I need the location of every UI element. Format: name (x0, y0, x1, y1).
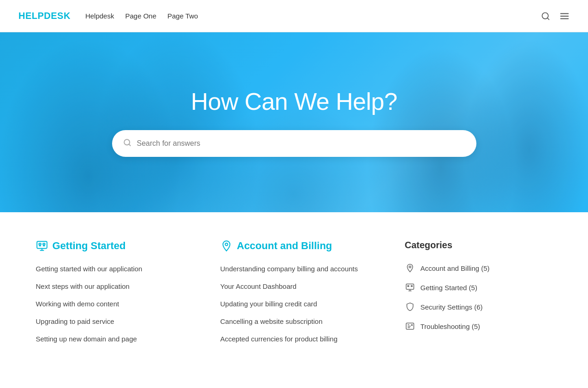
nav-page-two[interactable]: Page Two (167, 12, 198, 20)
svg-line-1 (547, 18, 549, 19)
list-item: Cancelling a website subscription (220, 317, 386, 326)
security-icon (405, 302, 415, 311)
list-item: Next steps with our application (36, 282, 202, 291)
getting-started-title: Getting Started (36, 240, 202, 252)
svg-rect-18 (411, 325, 412, 326)
category-item-started[interactable]: Getting Started (5) (405, 283, 552, 292)
svg-rect-15 (408, 286, 409, 287)
list-item: Getting started with our application (36, 265, 202, 273)
getting-started-list: Getting started with our application Nex… (36, 265, 202, 343)
list-item: Updating your billing credit card (220, 300, 386, 308)
category-item-troubleshooting[interactable]: Troubleshooting (5) (405, 322, 552, 331)
svg-rect-14 (406, 284, 414, 290)
search-icon[interactable] (541, 12, 550, 21)
categories-panel: Categories Account and Billing (5) (405, 240, 552, 343)
list-item: Setting up new domain and page (36, 335, 202, 343)
main-nav: Helpdesk Page One Page Two (85, 12, 198, 20)
menu-icon[interactable] (559, 11, 570, 21)
getting-started-icon (36, 240, 48, 252)
list-item: Upgrading to paid service (36, 317, 202, 326)
hero-section: How Can We Help? (0, 32, 588, 212)
svg-rect-16 (411, 286, 412, 287)
svg-line-6 (129, 144, 130, 145)
hero-content: How Can We Help? (0, 88, 588, 157)
search-bar (112, 130, 476, 157)
billing-icon (405, 263, 415, 273)
category-item-security[interactable]: Security Settings (6) (405, 302, 552, 311)
hero-title: How Can We Help? (191, 88, 398, 115)
category-item-billing[interactable]: Account and Billing (5) (405, 263, 552, 273)
list-item: Your Account Dashboard (220, 282, 386, 291)
header-right (541, 11, 570, 21)
getting-started-section: Getting Started Getting started with our… (36, 240, 202, 343)
account-billing-list: Understanding company billing and accoun… (220, 265, 386, 343)
account-billing-title: Account and Billing (220, 240, 386, 252)
svg-rect-9 (43, 244, 45, 245)
started-icon (405, 283, 415, 292)
account-billing-icon (220, 240, 232, 252)
nav-helpdesk[interactable]: Helpdesk (85, 12, 114, 20)
svg-point-13 (409, 266, 410, 268)
header: HELPDESK Helpdesk Page One Page Two (0, 0, 588, 32)
nav-page-one[interactable]: Page One (125, 12, 156, 20)
search-input[interactable] (137, 139, 465, 148)
list-item: Accepted currencies for product billing (220, 335, 386, 343)
account-billing-section: Account and Billing Understanding compan… (220, 240, 386, 343)
svg-point-12 (225, 243, 227, 245)
search-bar-icon (123, 138, 131, 149)
list-item: Working with demo content (36, 300, 202, 308)
svg-rect-8 (39, 244, 41, 245)
svg-rect-7 (37, 241, 47, 248)
category-list: Account and Billing (5) Getting Started … (405, 263, 552, 331)
header-left: HELPDESK Helpdesk Page One Page Two (18, 11, 198, 21)
brand-logo[interactable]: HELPDESK (18, 11, 71, 21)
list-item: Understanding company billing and accoun… (220, 265, 386, 273)
categories-title: Categories (405, 240, 552, 251)
troubleshoot-icon (405, 322, 415, 331)
main-content: Getting Started Getting started with our… (18, 212, 571, 380)
